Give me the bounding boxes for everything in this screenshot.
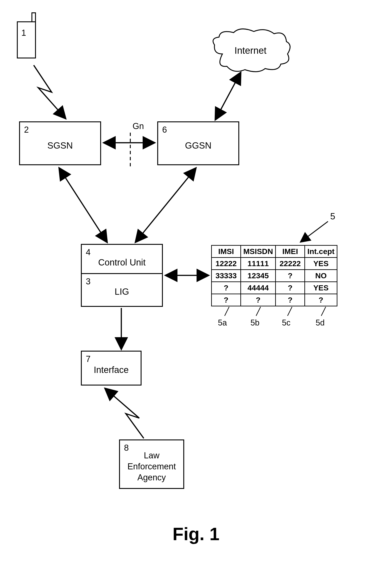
svg-line-8	[60, 169, 107, 242]
lig-label: LIG	[115, 287, 129, 297]
ggsn-label: GGSN	[185, 140, 212, 150]
ggsn-box: 6 GGSN	[157, 121, 239, 165]
arrow-ggsn-internet	[211, 70, 252, 124]
arrow-phone-sgsn	[29, 63, 79, 124]
svg-line-4	[287, 307, 292, 316]
phone-antenna	[31, 12, 36, 21]
internet-cloud: Internet	[209, 27, 292, 74]
svg-line-1	[301, 221, 328, 242]
col-ref-5d: 5d	[316, 318, 324, 327]
sgsn-ref: 2	[24, 125, 29, 135]
svg-line-7	[216, 73, 240, 119]
ggsn-ref: 6	[162, 125, 167, 135]
lea-label: Law Enforcement Agency	[127, 450, 176, 483]
svg-line-3	[256, 307, 261, 316]
lig-ref: 3	[86, 277, 91, 286]
control-unit-ref: 4	[86, 248, 91, 257]
table-header-msisdn: MSISDN	[241, 245, 276, 258]
table-row: ? ? ? ?	[212, 294, 337, 306]
control-unit-box: 4 Control Unit	[81, 244, 163, 273]
svg-line-9	[136, 169, 195, 242]
interface-label: Interface	[94, 365, 129, 375]
gn-dashed-line	[129, 133, 131, 166]
table-ref: 5	[330, 211, 335, 221]
interface-ref: 7	[86, 354, 91, 364]
col-ref-5b: 5b	[250, 318, 259, 327]
interface-box: 7 Interface	[81, 351, 142, 385]
table-header-imei: IMEI	[276, 245, 305, 258]
arrow-sgsn-cu	[55, 165, 113, 246]
gn-label: Gn	[133, 121, 144, 131]
control-unit-label: Control Unit	[98, 257, 146, 268]
lig-box: 3 LIG	[81, 273, 163, 307]
sgsn-label: SGSN	[47, 140, 73, 150]
table-row: 12222 11111 22222 YES	[212, 258, 337, 270]
svg-line-2	[225, 307, 229, 316]
table-row: ? 44444 ? YES	[212, 282, 337, 294]
svg-line-5	[321, 307, 326, 316]
table-ref-arrow	[297, 219, 332, 246]
arrow-sgsn-ggsn	[101, 139, 157, 146]
arrow-ggsn-cu	[130, 165, 200, 246]
arrow-lea-interface	[99, 384, 155, 443]
col-ticks	[211, 307, 337, 318]
arrow-lig-interface	[118, 307, 125, 352]
col-ref-5a: 5a	[218, 318, 227, 327]
sgsn-box: 2 SGSN	[19, 121, 101, 165]
table-header-intcept: Int.cept	[305, 245, 337, 258]
internet-label: Internet	[234, 45, 266, 56]
table-header-imsi: IMSI	[212, 245, 241, 258]
lea-box: 8 Law Enforcement Agency	[119, 439, 184, 489]
phone-body	[17, 21, 36, 58]
arrow-lig-table	[163, 272, 211, 279]
phone-ref-label: 1	[21, 28, 26, 38]
data-table: IMSI MSISDN IMEI Int.cept 12222 11111 22…	[211, 245, 338, 306]
table-row: 33333 12345 ? NO	[212, 270, 337, 282]
col-ref-5c: 5c	[282, 318, 290, 327]
figure-caption: Fig. 1	[173, 524, 219, 544]
